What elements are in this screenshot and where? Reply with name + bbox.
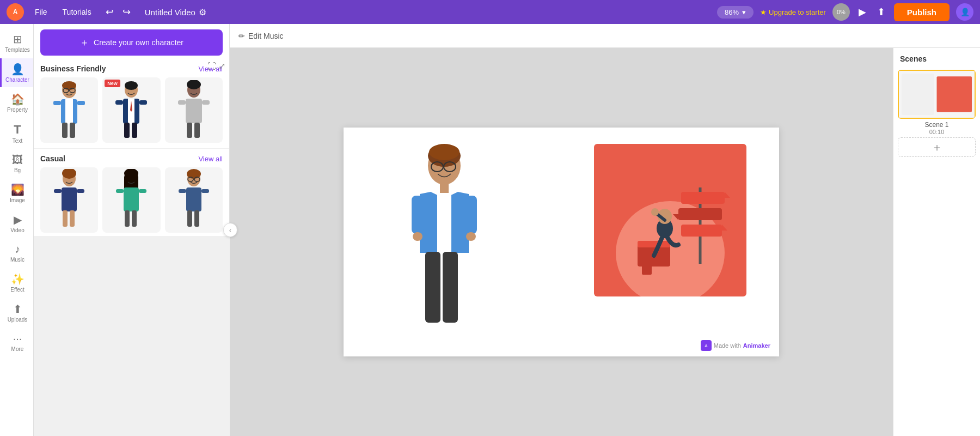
svg-rect-63: [425, 252, 440, 323]
plus-icon: ＋: [79, 36, 89, 49]
sidebar-label-more: More: [11, 346, 24, 352]
percent-badge: 0%: [832, 3, 850, 21]
casual-title: Casual: [40, 154, 65, 163]
character-card-c1[interactable]: [40, 167, 98, 233]
uploads-icon: ⬆: [13, 302, 22, 316]
sidebar-item-uploads[interactable]: ⬆ Uploads: [0, 298, 33, 327]
svg-rect-65: [412, 196, 424, 234]
character-card-c3[interactable]: [165, 167, 223, 233]
panel-expand-icon[interactable]: ⛶: [207, 61, 216, 71]
svg-rect-49: [179, 189, 186, 193]
share-button[interactable]: ⬆: [875, 4, 887, 20]
svg-rect-80: [678, 208, 722, 220]
file-menu[interactable]: File: [30, 5, 52, 19]
svg-point-56: [429, 144, 460, 160]
sidebar-item-image[interactable]: 🌄 Image: [0, 179, 33, 208]
main-layout: ⊞ Templates 👤 Character 🏠 Property T Tex…: [0, 24, 980, 436]
sidebar-label-bg: Bg: [14, 167, 21, 173]
sidebar-label-image: Image: [10, 197, 25, 203]
svg-rect-35: [77, 189, 84, 193]
svg-rect-20: [115, 100, 123, 105]
video-title: Untitled Video: [145, 8, 195, 17]
sidebar-label-uploads: Uploads: [8, 317, 28, 323]
character-card-bf2[interactable]: New: [102, 77, 160, 143]
preview-button[interactable]: ▶: [856, 4, 868, 20]
svg-point-14: [125, 81, 138, 90]
title-edit-icon[interactable]: ⚙: [199, 7, 206, 17]
panel-fullscreen-icon[interactable]: ⤢: [218, 61, 225, 71]
business-friendly-title: Business Friendly: [40, 64, 106, 73]
svg-rect-46: [186, 187, 201, 211]
svg-rect-40: [125, 210, 130, 227]
tutorials-menu[interactable]: Tutorials: [58, 5, 96, 19]
character-card-c2[interactable]: [102, 167, 160, 233]
character-card-bf3[interactable]: [165, 77, 223, 143]
publish-button[interactable]: Publish: [894, 3, 950, 21]
character-panel-wrapper: ＋ Create your own character ⛶ ⤢ Business…: [34, 24, 230, 436]
sidebar-item-music[interactable]: ♪ Music: [0, 239, 33, 267]
sidebar-label-text: Text: [13, 138, 22, 144]
svg-rect-66: [465, 196, 477, 234]
svg-point-68: [466, 232, 476, 241]
sidebar-item-text[interactable]: T Text: [0, 118, 33, 148]
svg-rect-24: [186, 99, 202, 123]
svg-rect-50: [201, 189, 209, 193]
sidebar-label-music: Music: [10, 257, 24, 263]
svg-rect-82: [681, 225, 722, 237]
animaker-brand-text: Animaker: [743, 342, 770, 349]
casual-view-all[interactable]: View all: [198, 155, 223, 163]
zoom-control[interactable]: 86% ▾: [717, 6, 754, 19]
add-scene-button[interactable]: ＋: [898, 137, 976, 157]
create-character-label: Create your own character: [94, 38, 183, 47]
sidebar-item-templates[interactable]: ⊞ Templates: [0, 28, 33, 57]
top-navigation: A File Tutorials ↩ ↪ Untitled Video ⚙ 86…: [0, 0, 980, 24]
character-card-bf1[interactable]: [40, 77, 98, 143]
edit-music-button[interactable]: ✏ Edit Music: [238, 32, 284, 40]
sidebar-item-bg[interactable]: 🖼 Bg: [0, 149, 33, 178]
svg-rect-47: [187, 210, 192, 227]
effect-icon: ✨: [11, 272, 24, 286]
canvas-toolbar: ✏ Edit Music: [230, 24, 980, 48]
sidebar-item-property[interactable]: 🏠 Property: [0, 88, 33, 117]
new-badge: New: [105, 80, 120, 87]
upgrade-button[interactable]: ★ Upgrade to starter: [760, 8, 826, 16]
svg-rect-21: [139, 100, 147, 105]
undo-button[interactable]: ↩: [102, 5, 117, 19]
svg-rect-27: [178, 100, 186, 105]
create-character-button[interactable]: ＋ Create your own character: [40, 29, 223, 56]
sidebar-label-property: Property: [7, 107, 28, 113]
sidebar-item-effect[interactable]: ✨ Effect: [0, 268, 33, 297]
canvas-stage[interactable]: A Made with Animaker: [344, 128, 779, 356]
sidebar-item-video[interactable]: ▶ Video: [0, 209, 33, 238]
user-avatar[interactable]: 👤: [956, 3, 973, 21]
business-friendly-section: Business Friendly View all: [34, 61, 229, 146]
svg-rect-72: [642, 265, 652, 275]
svg-rect-87: [902, 74, 934, 114]
edit-music-label: Edit Music: [248, 32, 284, 40]
svg-rect-28: [202, 100, 210, 105]
sidebar-label-effect: Effect: [10, 287, 24, 293]
text-icon: T: [14, 123, 21, 137]
redo-button[interactable]: ↪: [119, 5, 134, 19]
canvas-illustration: [594, 144, 746, 296]
canvas-character[interactable]: [409, 144, 480, 331]
svg-rect-31: [62, 187, 77, 211]
panel-collapse-button[interactable]: ‹: [223, 223, 237, 237]
svg-rect-34: [54, 189, 62, 193]
sidebar-item-more[interactable]: ··· More: [0, 328, 33, 356]
zoom-value: 86%: [725, 8, 739, 16]
scenes-title: Scenes: [898, 52, 976, 65]
casual-grid: [40, 167, 223, 233]
watermark: A Made with Animaker: [701, 340, 770, 351]
bg-icon: 🖼: [12, 154, 23, 166]
canvas-scenes-wrapper: ✏ Edit Music: [230, 24, 980, 436]
watermark-text: Made with: [714, 342, 741, 349]
svg-rect-71: [638, 241, 670, 247]
svg-text:A: A: [13, 8, 18, 16]
svg-rect-33: [70, 210, 75, 227]
svg-rect-62: [437, 194, 451, 253]
svg-rect-60: [440, 183, 449, 194]
svg-rect-25: [187, 123, 192, 138]
scene-1-thumbnail[interactable]: [898, 70, 976, 119]
sidebar-item-character[interactable]: 👤 Character: [0, 58, 33, 87]
